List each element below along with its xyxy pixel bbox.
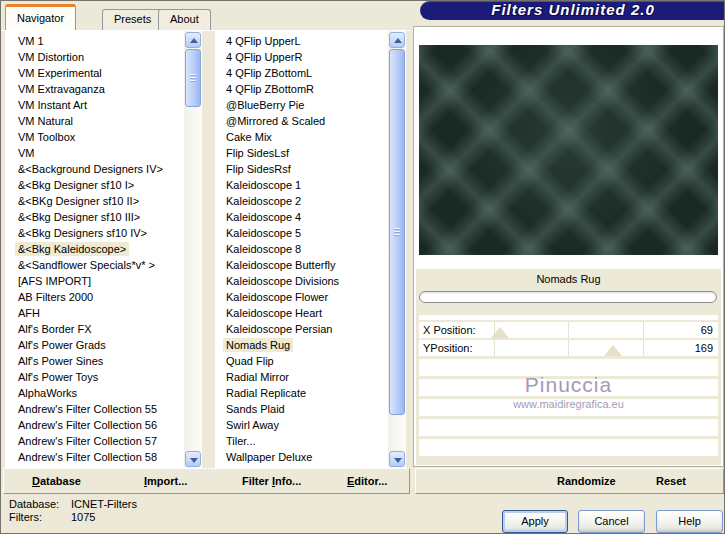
- list-item[interactable]: Tiler...: [215, 433, 388, 449]
- list-item[interactable]: VM 1: [5, 33, 184, 49]
- list-item[interactable]: Kaleidoscope Divisions: [215, 273, 388, 289]
- parameter-area: Nomads Rug X Position: 69 YPosition: 169…: [416, 269, 721, 465]
- status-database-label: Database:: [9, 498, 71, 511]
- list-item[interactable]: Sands Plaid: [215, 401, 388, 417]
- param-label: YPosition:: [423, 340, 473, 356]
- help-button[interactable]: Help: [656, 510, 723, 533]
- list-item[interactable]: @Mirrored & Scaled: [215, 113, 388, 129]
- list-item[interactable]: VM Experimental: [5, 65, 184, 81]
- filter-scrollbar[interactable]: [388, 31, 406, 468]
- list-item[interactable]: Radial Replicate: [215, 385, 388, 401]
- list-item[interactable]: &<Bkg Designer sf10 III>: [5, 209, 184, 225]
- list-item[interactable]: Alf's Power Grads: [5, 337, 184, 353]
- empty-param-row: [419, 439, 718, 456]
- progress-bar: [419, 291, 717, 303]
- apply-button[interactable]: Apply: [502, 510, 568, 533]
- scrollbar-thumb[interactable]: [389, 49, 405, 415]
- empty-param-row: [419, 399, 718, 416]
- param-label: X Position:: [423, 322, 476, 338]
- list-item[interactable]: AFH: [5, 305, 184, 321]
- filters-unlimited-dialog: { "window": { "title": "Filters Unlimite…: [0, 0, 725, 534]
- category-scrollbar[interactable]: [184, 31, 202, 468]
- list-item[interactable]: Andrew's Filter Collection 56: [5, 417, 184, 433]
- list-item[interactable]: VM Instant Art: [5, 97, 184, 113]
- list-item[interactable]: &<Bkg Kaleidoscope>: [5, 241, 184, 257]
- list-item[interactable]: VM: [5, 145, 184, 161]
- list-item[interactable]: VM Natural: [5, 113, 184, 129]
- status-filters-label: Filters:: [9, 511, 71, 524]
- list-item[interactable]: Kaleidoscope Heart: [215, 305, 388, 321]
- list-item[interactable]: Andrew's Filter Collection 58: [5, 449, 184, 465]
- category-list[interactable]: VM 1VM DistortionVM ExperimentalVM Extra…: [5, 31, 184, 468]
- empty-param-row: [419, 419, 718, 436]
- list-item[interactable]: Quad Flip: [215, 353, 388, 369]
- slider-handle-x[interactable]: [491, 327, 509, 338]
- list-item[interactable]: VM Extravaganza: [5, 81, 184, 97]
- scroll-up-icon[interactable]: [185, 32, 201, 48]
- param-row-y-position: YPosition: 169: [419, 340, 718, 356]
- preview-panel: Nomads Rug X Position: 69 YPosition: 169…: [413, 26, 724, 467]
- toolbar-right: Randomize Reset: [415, 468, 724, 494]
- list-item[interactable]: Kaleidoscope Butterfly: [215, 257, 388, 273]
- spacer-row: [419, 315, 718, 320]
- list-item[interactable]: Kaleidoscope 8: [215, 241, 388, 257]
- app-title-banner: Filters Unlimited 2.0: [420, 1, 725, 20]
- list-item[interactable]: &<Background Designers IV>: [5, 161, 184, 177]
- list-item[interactable]: [AFS IMPORT]: [5, 273, 184, 289]
- list-item[interactable]: Flip SidesRsf: [215, 161, 388, 177]
- slider-handle-y[interactable]: [604, 345, 622, 356]
- list-item[interactable]: 4 QFlip ZBottomR: [215, 81, 388, 97]
- tab-navigator[interactable]: Navigator: [5, 4, 76, 30]
- list-item[interactable]: Kaleidoscope Persian: [215, 321, 388, 337]
- list-item[interactable]: AlphaWorks: [5, 385, 184, 401]
- param-row-x-position: X Position: 69: [419, 322, 718, 338]
- reset-button[interactable]: Reset: [656, 469, 686, 493]
- preview-image: [419, 45, 718, 255]
- list-item[interactable]: Cake Mix: [215, 129, 388, 145]
- list-item[interactable]: Kaleidoscope Flower: [215, 289, 388, 305]
- cancel-button[interactable]: Cancel: [578, 510, 645, 533]
- list-item[interactable]: Kaleidoscope 5: [215, 225, 388, 241]
- toolbar-left: Database Import... Filter Info... Editor…: [3, 468, 410, 494]
- list-item[interactable]: &<Bkg Designers sf10 IV>: [5, 225, 184, 241]
- list-item[interactable]: &<BKg Designer sf10 II>: [5, 193, 184, 209]
- list-item[interactable]: &<Sandflower Specials*v* >: [5, 257, 184, 273]
- scrollbar-thumb[interactable]: [185, 49, 201, 107]
- filter-info-button[interactable]: Filter Info...: [242, 469, 301, 493]
- list-item[interactable]: Alf's Power Toys: [5, 369, 184, 385]
- list-item[interactable]: &<Bkg Designer sf10 I>: [5, 177, 184, 193]
- list-item[interactable]: VM Distortion: [5, 49, 184, 65]
- list-item[interactable]: Swirl Away: [215, 417, 388, 433]
- param-value: 69: [701, 322, 713, 338]
- status-database: Database:ICNET-Filters: [9, 498, 137, 511]
- list-item[interactable]: Andrew's Filter Collection 57: [5, 433, 184, 449]
- list-item[interactable]: AB Filters 2000: [5, 289, 184, 305]
- editor-button[interactable]: Editor...: [347, 469, 387, 493]
- list-item[interactable]: Alf's Border FX: [5, 321, 184, 337]
- randomize-button[interactable]: Randomize: [557, 469, 616, 493]
- status-filters: Filters:1075: [9, 511, 95, 524]
- scroll-down-icon[interactable]: [185, 451, 201, 467]
- list-item[interactable]: Flip SidesLsf: [215, 145, 388, 161]
- list-item[interactable]: Alf's Power Sines: [5, 353, 184, 369]
- list-item[interactable]: Nomads Rug: [215, 337, 388, 353]
- empty-param-row: [419, 359, 718, 376]
- scroll-up-icon[interactable]: [389, 32, 405, 48]
- list-item[interactable]: Kaleidoscope 1: [215, 177, 388, 193]
- list-item[interactable]: Andrew's Filter Collection 55: [5, 401, 184, 417]
- list-item[interactable]: Kaleidoscope 2: [215, 193, 388, 209]
- database-button[interactable]: Database: [32, 469, 81, 493]
- list-item[interactable]: 4 QFlip UpperL: [215, 33, 388, 49]
- import-button[interactable]: Import...: [144, 469, 187, 493]
- list-item[interactable]: Radial Mirror: [215, 369, 388, 385]
- filter-list[interactable]: 4 QFlip UpperL4 QFlip UpperR4 QFlip ZBot…: [215, 31, 388, 468]
- list-item[interactable]: Wallpaper Deluxe: [215, 449, 388, 465]
- list-item[interactable]: Kaleidoscope 4: [215, 209, 388, 225]
- list-item[interactable]: 4 QFlip ZBottomL: [215, 65, 388, 81]
- list-item[interactable]: @BlueBerry Pie: [215, 97, 388, 113]
- list-item[interactable]: VM Toolbox: [5, 129, 184, 145]
- list-item[interactable]: 4 QFlip UpperR: [215, 49, 388, 65]
- tab-about[interactable]: About: [158, 9, 211, 30]
- scroll-down-icon[interactable]: [389, 451, 405, 467]
- tab-presets[interactable]: Presets: [102, 9, 163, 30]
